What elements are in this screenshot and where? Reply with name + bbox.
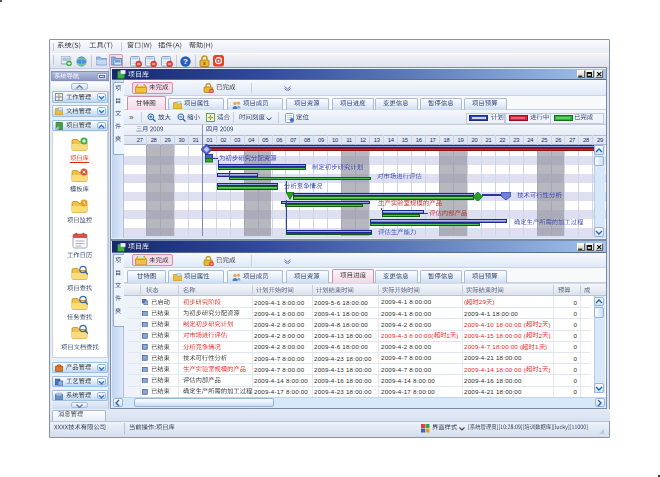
svg-text:?: ?: [183, 57, 188, 66]
